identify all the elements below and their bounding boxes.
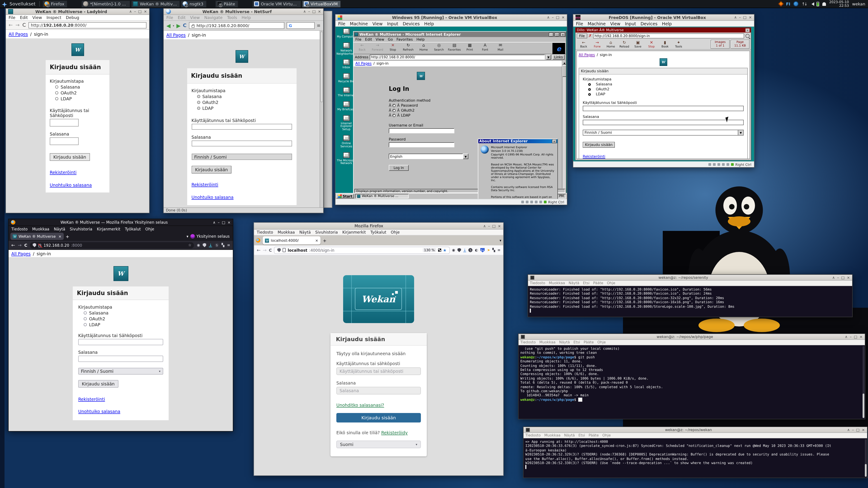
menu-item[interactable]: Sivuhistoria [70,227,92,231]
menu-item[interactable]: Etsi [579,433,585,437]
ie-toolbar-button[interactable]: ▦ Print [462,43,477,51]
menu-item[interactable]: Ohje [597,340,606,344]
menu-item[interactable]: Tiedosto [530,281,545,285]
menu-item[interactable]: File [338,21,345,26]
start-button[interactable]: Start [336,194,354,198]
search-icon[interactable] [745,34,749,38]
file-button[interactable]: File [577,33,587,38]
notification-tray-icon[interactable] [778,1,784,6]
menu-item[interactable]: View [190,15,200,20]
taskbar-window-button[interactable]: WeKan ® Multiverse - L... [131,0,180,7]
terminal-output[interactable]: => App running at: http://localhost:4000… [524,438,867,478]
language-select[interactable]: Suomi ▾ [336,441,421,448]
menu-item[interactable]: Edit [365,37,372,41]
ie-toolbar-button[interactable]: ✉ Mail [493,43,508,51]
container-grid-icon[interactable] [438,249,441,252]
auth-method-option[interactable]: OAuth2 [84,316,163,321]
links-button[interactable]: Links [552,55,565,60]
menu-item[interactable]: Muokkaa [544,433,561,437]
menu-item[interactable]: Tiedosto [257,230,273,234]
taskbar-window-button[interactable]: 2 VirtualBoxVM [302,0,341,7]
url-bar[interactable]: localhost :4000/sign-in 130 % ★ [274,247,450,254]
downloads-icon[interactable]: ↓ [209,243,212,247]
forgot-password-link[interactable]: Unohtuiko salasana [191,195,234,200]
menu-item[interactable]: Inspect [46,15,61,20]
extensions-puzzle-icon[interactable]: ▚ [221,243,224,247]
ie-toolbar-button[interactable]: ✕ Stop [385,43,401,51]
register-link[interactable]: Rekisteröinti [50,170,76,175]
reload-icon[interactable]: C [22,22,26,28]
close-button[interactable]: × [561,32,565,36]
bookmark-star-icon[interactable]: ★ [443,248,446,252]
username-input[interactable] [78,339,163,345]
window-controls[interactable]: ∧–□× [832,275,850,280]
firefox-titlebar[interactable]: Mozilla Firefox ∧–□× [254,223,503,230]
menu-item[interactable]: Kirjanmerkit [97,227,120,231]
battery-icon[interactable] [816,2,819,6]
password-input[interactable] [78,356,163,362]
extension-eye-icon[interactable]: ◐ [475,248,478,252]
terminal-titlebar[interactable]: wekan@z: ~/repos/w/php/page ∧–□× [519,334,865,340]
extension-shield-icon[interactable] [458,248,461,252]
menu-item[interactable]: Tiedosto [525,433,541,437]
ie-toolbar-button[interactable]: A Font [477,43,493,51]
terminal-output[interactable]: (use "git push" to publish your local co… [519,345,865,419]
dillo-toolbar-button[interactable]: ▮ Book [658,40,672,48]
sign-in-button[interactable]: Kirjaudu sisään [50,153,90,161]
menu-icon[interactable]: ≡ [227,243,230,247]
downloads-icon[interactable]: ↓ [463,248,466,252]
menu-item[interactable]: Muokkaa [278,230,295,234]
ie-toolbar-button[interactable]: ↻ Refresh [401,43,416,51]
menu-item[interactable]: Machine [350,21,368,26]
menu-item[interactable]: Ohje [391,230,400,234]
menu-icon[interactable]: ≡ [317,23,320,28]
scrollbar[interactable] [865,439,867,477]
menu-item[interactable]: Muokkaa [32,227,49,231]
menu-item[interactable]: Edit [178,15,186,20]
window-controls[interactable]: ∧–□× [213,220,230,224]
menu-item[interactable]: Kirjanmerkit [342,230,366,234]
sign-in-button[interactable]: Kirjaudu sisään [336,413,421,422]
register-link[interactable]: Rekisteröinti [583,155,605,159]
menu-item[interactable]: Machine [588,21,606,26]
notification-bell-icon[interactable] [822,2,826,6]
menu-item[interactable]: File [8,15,16,20]
back-icon[interactable]: ◀ [166,22,170,29]
menu-item[interactable]: Ohje [145,227,154,231]
menu-icon[interactable]: ≡ [498,248,500,252]
terminal-titlebar[interactable]: wekan@z: ~/repos/serenity ∧–□× [528,275,852,281]
menu-item[interactable]: Näytä [299,230,311,234]
menu-item[interactable]: Näytä [559,340,570,344]
maximize-button[interactable]: □ [555,32,559,36]
auth-method-option[interactable]: LDAP [84,322,163,327]
page-info-icon[interactable] [283,248,286,252]
new-tab-button[interactable]: + [66,234,69,239]
address-input[interactable]: http://192.168.0.20:8000/ [370,55,545,60]
menu-item[interactable]: Näytä [54,227,65,231]
terminal-output[interactable]: ResourceLoader: Finished load of: "http:… [528,286,852,317]
bookmark-star-icon[interactable]: ☆ [188,243,191,247]
language-select[interactable]: Finnish / Suomi ▼ [583,130,744,135]
back-icon[interactable]: ← [11,242,15,248]
language-select[interactable]: Finnish / Suomi [191,154,292,160]
menu-item[interactable]: View [32,15,42,20]
menu-item[interactable]: Tools [227,15,237,20]
active-tab[interactable]: W localhost:4000/ × [263,236,320,245]
ie-toolbar-button[interactable]: ⌂ Home [416,43,431,51]
auth-method-option[interactable]: Â Â Password [389,103,562,107]
dillo-toolbar-button[interactable]: ✕ Stop [645,40,658,48]
language-select[interactable]: English ▼ [389,154,468,159]
menu-item[interactable]: Devices [403,21,420,26]
extension-s-icon[interactable]: S [215,243,219,247]
web-search-input[interactable]: G [286,22,314,29]
all-pages-link[interactable]: All Pages [8,32,28,37]
forward-icon[interactable]: → [16,22,20,28]
reload-icon[interactable]: C [183,23,186,29]
extension-fingerprint-icon[interactable]: ◉ [197,243,200,247]
language-select[interactable]: Finnish / Suomi ▾ [78,368,163,375]
auth-method-option[interactable]: OAuth2 [55,90,105,95]
menu-item[interactable]: Etsi [583,281,590,285]
menu-item[interactable]: Help [662,21,672,26]
extension-s-icon[interactable]: S [469,248,473,252]
auth-method-option[interactable]: Salasana [55,85,105,90]
